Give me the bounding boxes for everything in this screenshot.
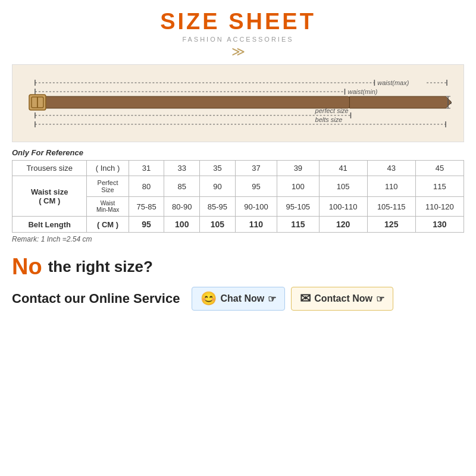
svg-text:perfect size: perfect size: [315, 107, 349, 114]
col-43: 43: [367, 161, 415, 176]
ps-90: 90: [200, 176, 236, 197]
wm-8595: 85-95: [200, 197, 236, 217]
ps-110: 110: [367, 176, 415, 197]
contact-btn-label: Contact Now: [314, 293, 372, 304]
ps-85: 85: [164, 176, 200, 197]
no-right-size-section: No the right size?: [12, 254, 464, 280]
page-title: SIZE SHEET: [160, 9, 316, 35]
col-45: 45: [415, 161, 464, 176]
col-35: 35: [200, 161, 236, 176]
wm-8090: 80-90: [164, 197, 200, 217]
chat-icon: 😊: [201, 291, 217, 306]
svg-text:waist(max): waist(max): [377, 79, 409, 86]
remark: Remark: 1 Inch =2.54 cm: [12, 235, 464, 243]
belt-length-unit: ( CM ): [87, 217, 129, 233]
wm-90100: 90-100: [235, 197, 277, 217]
ps-115: 115: [415, 176, 464, 197]
wm-105115: 105-115: [367, 197, 415, 217]
svg-text:belts size: belts size: [315, 116, 343, 123]
contact-now-button[interactable]: ✉ Contact Now ☞: [291, 287, 393, 311]
wm-95105: 95-105: [277, 197, 319, 217]
belt-diagram: waist(max) waist(min): [12, 64, 464, 142]
ps-95: 95: [235, 176, 277, 197]
page-subtitle: FASHION ACCESSORIES: [182, 36, 293, 43]
svg-text:waist(min): waist(min): [347, 88, 377, 95]
chat-btn-label: Chat Now: [220, 293, 264, 304]
belt-length-row: Belt Length ( CM ) 95 100 105 110 115 12…: [12, 217, 464, 233]
belt-svg: waist(max) waist(min): [24, 71, 452, 133]
col-31: 31: [129, 161, 164, 176]
perfect-size-row: Waist size( CM ) PerfectSize 80 85 90 95…: [12, 176, 464, 197]
wm-7585: 75-85: [129, 197, 164, 217]
contact-row: Contact our Online Service 😊 Chat Now ☞ …: [12, 287, 464, 311]
belt-length-label: Belt Length: [12, 217, 87, 233]
col-37: 37: [235, 161, 277, 176]
wm-100110: 100-110: [319, 197, 367, 217]
wm-110120: 110-120: [415, 197, 464, 217]
col-33: 33: [164, 161, 200, 176]
ps-100: 100: [277, 176, 319, 197]
contact-label: Contact our Online Service: [12, 291, 180, 306]
chat-now-button[interactable]: 😊 Chat Now ☞: [192, 287, 285, 311]
svg-text:width: width: [450, 98, 452, 105]
table-header-row: Trousers size ( Inch ) 31 33 35 37 39 41…: [12, 161, 464, 176]
bl-105: 105: [200, 217, 236, 233]
col1-header: Trousers size: [12, 161, 87, 176]
chevron-icon: ≫: [231, 44, 245, 60]
no-text: No: [12, 254, 42, 280]
col2-header: ( Inch ): [87, 161, 129, 176]
waist-label: Waist size( CM ): [12, 176, 87, 217]
perfect-label: PerfectSize: [87, 176, 129, 197]
bl-100: 100: [164, 217, 200, 233]
waist-minmax-label: WaistMin-Max: [87, 197, 129, 217]
bl-95: 95: [129, 217, 164, 233]
hand-icon-contact: ☞: [376, 293, 384, 305]
mail-icon: ✉: [300, 291, 311, 306]
col-39: 39: [277, 161, 319, 176]
right-size-text: the right size?: [48, 258, 153, 276]
bl-115: 115: [277, 217, 319, 233]
bl-110: 110: [235, 217, 277, 233]
size-table: Trousers size ( Inch ) 31 33 35 37 39 41…: [12, 160, 464, 233]
ps-80: 80: [129, 176, 164, 197]
ps-105: 105: [319, 176, 367, 197]
bl-130: 130: [415, 217, 464, 233]
hand-icon-chat: ☞: [268, 293, 276, 305]
reference-label: Only For Reference: [12, 148, 464, 157]
bl-120: 120: [319, 217, 367, 233]
bl-125: 125: [367, 217, 415, 233]
col-41: 41: [319, 161, 367, 176]
page: SIZE SHEET FASHION ACCESSORIES ≫ waist(m…: [0, 0, 476, 476]
svg-marker-19: [349, 96, 452, 108]
svg-rect-10: [35, 96, 350, 108]
